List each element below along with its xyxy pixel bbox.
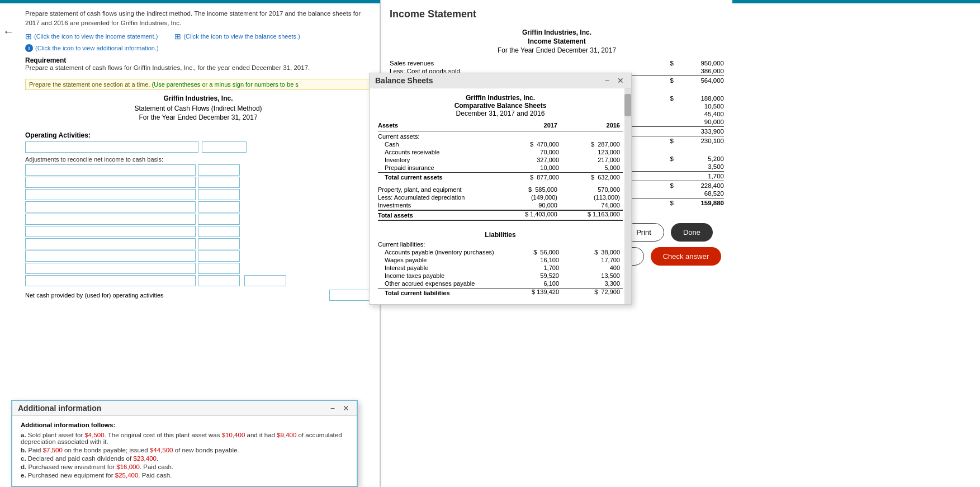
adj-val-6[interactable]: [198, 226, 240, 237]
is-depreciation-val: 45,400: [679, 111, 724, 117]
close-balance-btn[interactable]: ✕: [616, 76, 626, 85]
net-cash-input[interactable]: [329, 290, 371, 301]
is-company: Griffin Industries, Inc.: [390, 29, 724, 36]
adj-val-4[interactable]: [198, 201, 240, 212]
check-answer-button[interactable]: Check answer: [651, 247, 721, 266]
done-button[interactable]: Done: [671, 223, 713, 242]
bs-row-inventory: Inventory 327,000 217,000: [378, 157, 623, 163]
bs-row-ap: Accounts payable (inventory purchases) $…: [378, 249, 623, 256]
adj-label-7[interactable]: [25, 238, 196, 249]
bs-current-assets-header: Current assets:: [378, 133, 623, 140]
adj-val-7[interactable]: [198, 238, 240, 249]
bs-col-2017: 2017: [498, 122, 560, 129]
requirement-text: Prepare a statement of cash flows for Gr…: [25, 64, 371, 71]
addl-item-a: a. Sold plant asset for $4,500. The orig…: [21, 432, 348, 445]
scrollbar-thumb[interactable]: [624, 94, 631, 116]
adj-label-1[interactable]: [25, 164, 196, 176]
adj-val-1[interactable]: [198, 164, 240, 176]
use-parens-note: Prepare the statement one section at a t…: [25, 79, 371, 90]
adj-val-10[interactable]: [198, 275, 240, 286]
income-statement-link[interactable]: ⊞ (Click the icon to view the income sta…: [25, 32, 158, 41]
addl-item-d: d. Purchased new investment for $16,000.…: [21, 464, 348, 470]
bs-cash-2016: $ 287,000: [562, 141, 623, 148]
net-cash-label: Net cash provided by (used for) operatin…: [25, 292, 326, 299]
bs-row-investments: Investments 90,000 74,000: [378, 202, 623, 209]
instructions-block: Prepare statement of cash flows using th…: [25, 9, 371, 29]
bs-row-other-accrued: Other accrued expenses payable 6,100 3,3…: [378, 280, 623, 287]
is-other-op-val: 90,000: [679, 119, 724, 125]
adj-row-8: [25, 250, 371, 262]
for-year: For the Year Ended December 31, 2017: [25, 114, 371, 121]
company-name: Griffin Industries, Inc.: [25, 94, 371, 102]
bs-row-total-current-liab: Total current liabilities $ 139,420 $ 72…: [378, 288, 623, 297]
bs-col-assets: Assets: [378, 122, 498, 129]
grid-icon-income: ⊞: [25, 32, 32, 41]
bs-current-liabilities-header: Current liabilities:: [378, 241, 623, 248]
adj-label-6[interactable]: [25, 226, 196, 237]
adj-val-2[interactable]: [198, 177, 240, 188]
adj-val-8[interactable]: [198, 250, 240, 262]
adj-val-5[interactable]: [198, 214, 240, 225]
adj-row-5: [25, 214, 371, 225]
balance-sheet-title: Balance Sheets: [375, 76, 433, 85]
addl-info-header: Additional information − ✕: [12, 401, 357, 416]
net-income-amount[interactable]: [202, 141, 247, 153]
prepare-instruction: Prepare the statement one section at a t…: [29, 81, 150, 88]
balance-sheet-header: Balance Sheets − ✕: [370, 73, 631, 88]
is-gain-sale-val: 3,500: [679, 163, 724, 170]
operating-header: Operating Activities:: [25, 131, 371, 139]
balance-sheet-modal: Balance Sheets − ✕ Griffin Industries, I…: [369, 73, 632, 305]
is-cogs-val: 386,000: [679, 68, 724, 74]
bs-row-prepaid: Prepaid insurance 10,000 5,000: [378, 164, 623, 171]
requirement-title: Requirement: [25, 56, 371, 64]
bs-col-2016: 2016: [560, 122, 623, 129]
addl-item-b: b. Paid $7,500 on the bonds payable; iss…: [21, 447, 348, 453]
addl-title: Additional information follows:: [21, 422, 348, 428]
addl-info-content: Additional information follows: a. Sold …: [12, 416, 357, 486]
adj-total-10[interactable]: [244, 275, 286, 286]
bs-company: Griffin Industries, Inc.: [378, 94, 623, 102]
adj-label-8[interactable]: [25, 250, 196, 262]
adjustments-label: Adjustments to reconcile net income to c…: [25, 156, 371, 163]
is-total-op-val: 333,900: [679, 128, 724, 135]
is-panel-title: Income Statement: [390, 8, 724, 20]
minimize-addl-btn[interactable]: −: [329, 404, 337, 413]
adj-row-4: [25, 201, 371, 212]
adj-val-9[interactable]: [198, 263, 240, 274]
minimize-balance-btn[interactable]: −: [603, 76, 611, 85]
bs-row-total-assets: Total assets $ 1,403,000 $ 1,163,000: [378, 210, 623, 221]
bs-row-accum-dep: Less: Accumulated depreciation (149,000)…: [378, 194, 623, 201]
bs-row-income-tax-pay: Income taxes payable 59,520 13,500: [378, 272, 623, 279]
additional-info-link[interactable]: i (Click the icon to view additional inf…: [25, 44, 159, 52]
scrollbar-track[interactable]: [624, 88, 631, 304]
net-income-input[interactable]: [25, 141, 198, 153]
bs-date: December 31, 2017 and 2016: [378, 110, 623, 117]
addl-item-e: e. Purchased new equipment for $25,400. …: [21, 472, 348, 479]
adj-label-5[interactable]: [25, 214, 196, 225]
adj-row-7: [25, 238, 371, 249]
adj-label-2[interactable]: [25, 177, 196, 188]
back-button[interactable]: ←: [3, 25, 14, 38]
info-icon: i: [25, 44, 33, 52]
bs-row-total-current: Total current assets $ 877,000 $ 632,000: [378, 172, 623, 181]
use-parens-text: (Use parentheses or a minus sign for num…: [152, 81, 299, 88]
adj-label-10[interactable]: [25, 275, 196, 286]
adj-label-3[interactable]: [25, 189, 196, 200]
adj-row-2: [25, 177, 371, 188]
adj-val-3[interactable]: [198, 189, 240, 200]
is-net-income-val: 159,880: [679, 200, 724, 206]
adj-label-9[interactable]: [25, 263, 196, 274]
balance-link-label: (Click the icon to view the balance shee…: [183, 33, 300, 40]
close-addl-btn[interactable]: ✕: [341, 404, 351, 413]
is-insurance-val: 10,500: [679, 103, 724, 110]
bs-row-interest-pay: Interest payable 1,700 400: [378, 264, 623, 271]
is-op-income-val: 230,100: [679, 138, 724, 144]
adj-label-4[interactable]: [25, 201, 196, 212]
statement-title: Statement of Cash Flows (Indirect Method…: [25, 105, 371, 112]
bs-row-cash: Cash $ 470,000 $ 287,000: [378, 141, 623, 148]
is-date: For the Year Ended December 31, 2017: [390, 46, 724, 54]
main-instruction-text: Prepare statement of cash flows using th…: [25, 9, 371, 29]
balance-sheet-link[interactable]: ⊞ (Click the icon to view the balance sh…: [174, 32, 300, 41]
is-subtitle: Income Statement: [390, 37, 724, 45]
is-salaries-val: 188,000: [679, 95, 724, 102]
